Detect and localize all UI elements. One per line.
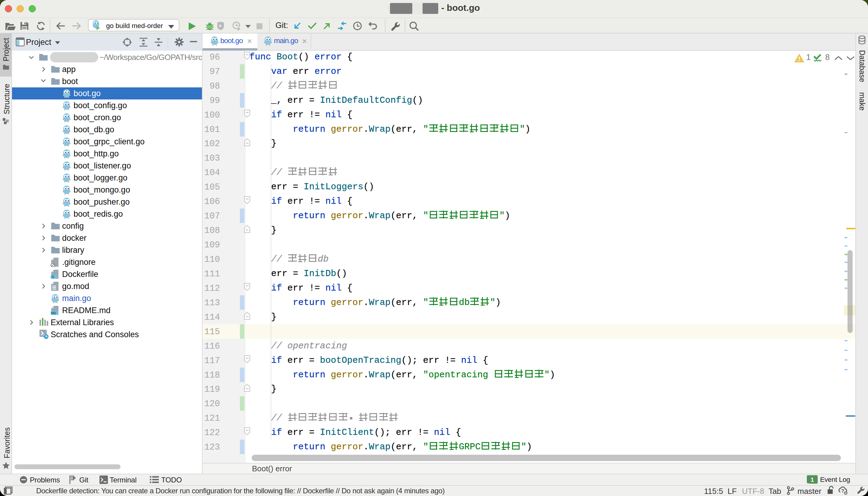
svg-text:1: 1 bbox=[810, 477, 814, 483]
svg-text:MD: MD bbox=[51, 311, 56, 315]
svg-text:D: D bbox=[52, 275, 54, 279]
svg-text:?: ? bbox=[841, 488, 844, 494]
